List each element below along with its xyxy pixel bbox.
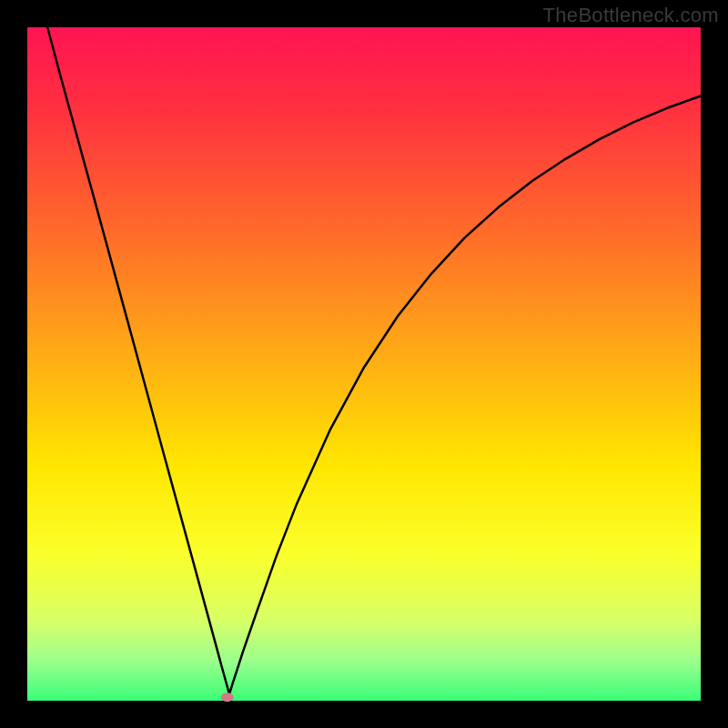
chart-container: TheBottleneck.com — [0, 0, 728, 728]
plot-area — [27, 27, 701, 701]
minimum-marker — [221, 693, 234, 702]
bottleneck-chart — [0, 0, 728, 728]
watermark-label: TheBottleneck.com — [543, 4, 719, 27]
